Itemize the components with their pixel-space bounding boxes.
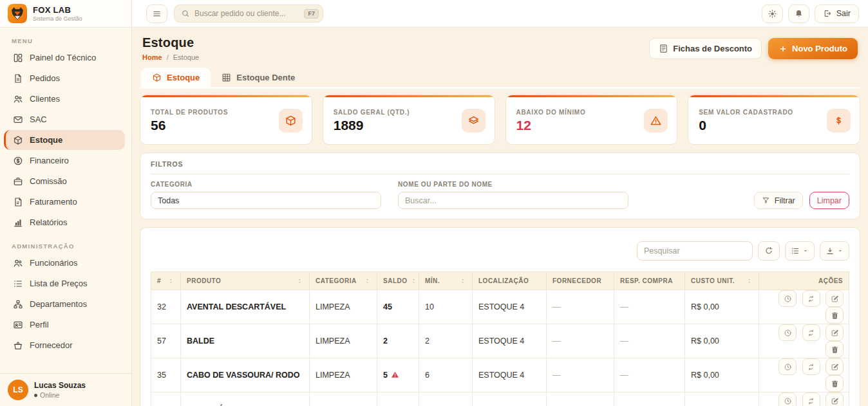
- sidebar-item[interactable]: Fornecedor: [4, 335, 125, 355]
- mail-icon: [13, 115, 23, 125]
- sidebar-item[interactable]: Financeiro: [4, 151, 125, 171]
- sidebar-item[interactable]: Painel do Técnico: [4, 48, 125, 68]
- cell-product: CABO PÁ: [181, 392, 310, 406]
- logout-button[interactable]: Sair: [815, 5, 859, 23]
- filter-button[interactable]: Filtrar: [754, 192, 803, 209]
- delete-button[interactable]: [826, 307, 844, 324]
- column-header[interactable]: AÇÕES: [759, 272, 849, 290]
- sync-button[interactable]: [802, 358, 820, 375]
- sync-button[interactable]: [802, 290, 820, 307]
- cell-min: 6: [419, 358, 473, 392]
- history-button[interactable]: [778, 392, 797, 406]
- sidebar-item[interactable]: Perfil: [4, 315, 125, 335]
- stat-card: SALDO GERAL (QTD.) 1889: [323, 95, 495, 145]
- cell-category: LIMPEZA: [310, 290, 377, 324]
- page-content: Estoque Home / Estoque Fichas de Descont…: [132, 28, 868, 406]
- sort-icon[interactable]: [296, 277, 303, 284]
- sort-icon[interactable]: [746, 277, 753, 284]
- history-button[interactable]: [778, 358, 797, 375]
- edit-button[interactable]: [826, 392, 844, 406]
- column-header[interactable]: LOCALIZAÇÃO: [473, 272, 547, 290]
- box-icon: [285, 115, 297, 127]
- table-search-input[interactable]: [637, 241, 753, 261]
- sidebar-item[interactable]: Pedidos: [4, 68, 125, 88]
- column-header[interactable]: FORNECEDOR: [547, 272, 614, 290]
- stat-card: ABAIXO DO MÍNIMO 12: [505, 95, 678, 145]
- theme-toggle-button[interactable]: [762, 5, 783, 23]
- user-panel[interactable]: LS Lucas Souzas Online: [0, 373, 131, 406]
- column-header[interactable]: RESP. COMPRA: [614, 272, 685, 290]
- edit-button[interactable]: [826, 358, 844, 375]
- column-header[interactable]: CUSTO UNIT.: [685, 272, 759, 290]
- topbar: F7 Sair: [132, 0, 868, 28]
- sync-button[interactable]: [802, 392, 820, 406]
- sidebar-item[interactable]: Departamentos: [4, 294, 125, 314]
- clock-icon: [784, 329, 792, 337]
- breadcrumb-home-link[interactable]: Home: [142, 53, 162, 61]
- history-button[interactable]: [778, 290, 797, 307]
- cell-supplier: —: [547, 392, 614, 406]
- sort-icon[interactable]: [459, 277, 466, 284]
- clear-filters-button[interactable]: Limpar: [809, 192, 849, 209]
- sidebar-item[interactable]: Clientes: [4, 89, 125, 109]
- discount-sheets-button[interactable]: Fichas de Desconto: [649, 38, 762, 59]
- inventory-table-panel: # PRODUTO CATEGORIA: [140, 227, 860, 406]
- clock-icon: [784, 295, 792, 303]
- notifications-button[interactable]: [788, 5, 809, 23]
- sort-icon[interactable]: [167, 277, 175, 284]
- cell-balance: 2: [377, 324, 419, 358]
- cell-buyer: —: [614, 392, 685, 406]
- sync-button[interactable]: [802, 324, 820, 341]
- table-row: 57 BALDE LIMPEZA 2 2 ESTOQUE 4 — — R$ 0,…: [151, 324, 849, 358]
- name-filter-input[interactable]: [398, 192, 628, 209]
- menu-toggle-button[interactable]: [146, 5, 167, 23]
- grid-icon: [222, 73, 231, 82]
- admin-section-label: ADMINISTRAÇÃO: [12, 243, 131, 250]
- cell-product: CABO DE VASSOURA/ RODO: [181, 358, 310, 392]
- brand[interactable]: FOX LAB Sistema de Gestão: [0, 0, 131, 28]
- sidebar: FOX LAB Sistema de Gestão MENU Painel do…: [0, 0, 132, 406]
- sort-icon[interactable]: [364, 277, 371, 284]
- name-filter-label: NOME OU PARTE DO NOME: [398, 181, 628, 188]
- tab[interactable]: Estoque Dente: [211, 68, 306, 87]
- delete-button[interactable]: [826, 375, 844, 392]
- global-search[interactable]: F7: [174, 5, 323, 23]
- new-product-button[interactable]: Novo Produto: [768, 38, 858, 59]
- sidebar-item[interactable]: Estoque: [4, 130, 125, 150]
- export-dropdown-button[interactable]: [820, 241, 849, 261]
- stat-label: ABAIXO DO MÍNIMO: [516, 109, 586, 116]
- history-button[interactable]: [778, 324, 797, 341]
- cell-id: 32: [151, 290, 181, 324]
- columns-dropdown-button[interactable]: [785, 241, 815, 261]
- edit-icon: [831, 397, 839, 405]
- sync-icon: [807, 329, 815, 337]
- clock-icon: [784, 363, 792, 371]
- sidebar-item[interactable]: Relatórios: [4, 212, 125, 232]
- sidebar-item[interactable]: Faturamento: [4, 192, 125, 212]
- column-header[interactable]: MÍN.: [419, 272, 473, 290]
- category-select[interactable]: [151, 192, 381, 209]
- sidebar-item[interactable]: Lista de Preços: [4, 273, 125, 293]
- bell-icon: [794, 9, 804, 19]
- column-header[interactable]: CATEGORIA: [310, 272, 377, 290]
- column-header[interactable]: #: [151, 272, 181, 290]
- layers-icon: [467, 115, 480, 127]
- breadcrumb-current: Estoque: [173, 53, 199, 61]
- brand-subtitle: Sistema de Gestão: [33, 15, 82, 22]
- delete-button[interactable]: [826, 341, 844, 358]
- sidebar-item[interactable]: SAC: [4, 109, 125, 129]
- table-row: 49 CABO PÁ LIMPEZA 4 3 ESTOQUE 4 — — R$ …: [151, 392, 849, 406]
- column-header[interactable]: PRODUTO: [181, 272, 310, 290]
- cell-category: LIMPEZA: [310, 358, 377, 392]
- edit-button[interactable]: [826, 324, 844, 341]
- global-search-input[interactable]: [194, 9, 299, 18]
- sidebar-item[interactable]: Funcionários: [4, 253, 125, 273]
- stat-card: SEM VALOR CADASTRADO 0: [688, 95, 860, 145]
- refresh-button[interactable]: [758, 241, 780, 261]
- column-header[interactable]: SALDO: [377, 272, 419, 290]
- edit-button[interactable]: [826, 290, 844, 307]
- sort-icon[interactable]: [410, 277, 417, 284]
- tab[interactable]: Estoque: [141, 68, 211, 87]
- sidebar-item[interactable]: Comissão: [4, 171, 125, 191]
- trash-icon: [831, 380, 839, 388]
